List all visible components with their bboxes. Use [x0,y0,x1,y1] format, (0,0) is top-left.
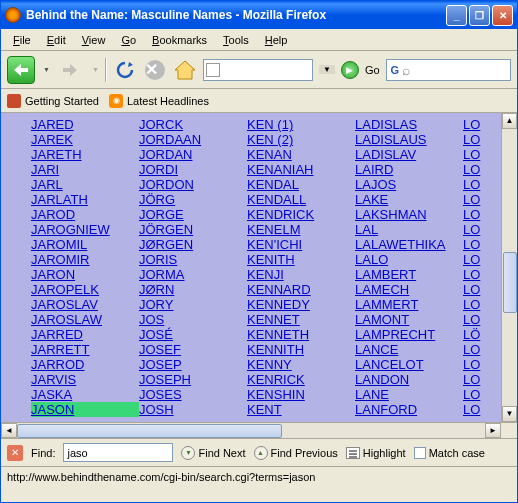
name-link[interactable]: KENDAL [247,177,355,192]
close-find-button[interactable]: ✕ [7,445,23,461]
name-link[interactable]: JORDON [139,177,247,192]
name-link[interactable]: KENRICK [247,372,355,387]
name-link[interactable]: LADISLAV [355,147,463,162]
name-link[interactable]: JAREK [31,132,139,147]
name-link[interactable]: JAROPELK [31,282,139,297]
name-link[interactable]: LO [463,387,493,402]
url-dropdown[interactable]: ▼ [319,65,335,74]
forward-dropdown[interactable]: ▼ [92,66,99,73]
name-link[interactable]: JORCK [139,117,247,132]
name-link[interactable]: JARLATH [31,192,139,207]
name-link[interactable]: KENDRICK [247,207,355,222]
name-link[interactable]: LO [463,132,493,147]
bookmark-latest-headlines[interactable]: ◉ Latest Headlines [109,94,209,108]
name-link[interactable]: JOS [139,312,247,327]
name-link[interactable]: LO [463,162,493,177]
name-link[interactable]: KENITH [247,252,355,267]
name-link[interactable]: LANCE [355,342,463,357]
name-link[interactable]: LO [463,312,493,327]
name-link[interactable]: LO [463,342,493,357]
name-link[interactable]: JARRETT [31,342,139,357]
menu-go[interactable]: Go [113,32,144,48]
back-button[interactable] [7,56,35,84]
name-link[interactable]: LAMECH [355,282,463,297]
name-link[interactable]: JOSES [139,387,247,402]
name-link[interactable]: LANFORD [355,402,463,417]
name-link[interactable]: JORDAN [139,147,247,162]
find-next-button[interactable]: ▼ Find Next [181,446,245,460]
horizontal-scrollbar[interactable]: ◄ ► [1,422,517,438]
name-link[interactable]: JAROSLAW [31,312,139,327]
name-link[interactable]: LALAWETHIKA [355,237,463,252]
name-link[interactable]: JORMA [139,267,247,282]
menu-help[interactable]: Help [257,32,296,48]
name-link[interactable]: JORY [139,297,247,312]
highlight-button[interactable]: Highlight [346,447,406,459]
name-link[interactable]: JARON [31,267,139,282]
menu-edit[interactable]: Edit [39,32,74,48]
name-link[interactable]: JØRGEN [139,237,247,252]
name-link[interactable]: LANDON [355,372,463,387]
name-link[interactable]: KEN'ICHI [247,237,355,252]
name-link[interactable]: LAJOS [355,177,463,192]
name-link[interactable]: JÖRGEN [139,222,247,237]
name-link[interactable]: LANCELOT [355,357,463,372]
name-link[interactable]: JASKA [31,387,139,402]
url-bar[interactable] [203,59,313,81]
name-link[interactable]: JASON [31,402,139,417]
name-link[interactable]: JÖRG [139,192,247,207]
name-link[interactable]: JORGE [139,207,247,222]
name-link[interactable]: JAROMIR [31,252,139,267]
name-link[interactable]: JARETH [31,147,139,162]
close-button[interactable]: ✕ [492,5,513,26]
name-link[interactable]: KENNITH [247,342,355,357]
find-previous-button[interactable]: ▲ Find Previous [254,446,338,460]
name-link[interactable]: JARI [31,162,139,177]
name-link[interactable]: JOSEP [139,357,247,372]
menu-view[interactable]: View [74,32,114,48]
name-link[interactable]: JARROD [31,357,139,372]
find-input[interactable] [63,443,173,462]
name-link[interactable]: JAROSLAV [31,297,139,312]
scroll-up-arrow[interactable]: ▲ [502,113,517,129]
search-box[interactable]: G ⌕ [386,59,511,81]
name-link[interactable]: JOSÉ [139,327,247,342]
name-link[interactable]: LO [463,147,493,162]
name-link[interactable]: KENSHIN [247,387,355,402]
name-link[interactable]: KENNARD [247,282,355,297]
name-link[interactable]: LO [463,252,493,267]
name-link[interactable]: LAL [355,222,463,237]
reload-button[interactable] [113,58,137,82]
name-link[interactable]: KENNEDY [247,297,355,312]
name-link[interactable]: JAROGNIEW [31,222,139,237]
name-link[interactable]: LÖ [463,327,493,342]
name-link[interactable]: LADISLAUS [355,132,463,147]
menu-file[interactable]: File [5,32,39,48]
name-link[interactable]: KENDALL [247,192,355,207]
name-link[interactable]: KENT [247,402,355,417]
match-case-checkbox[interactable]: Match case [414,447,485,459]
name-link[interactable]: LALO [355,252,463,267]
scroll-right-arrow[interactable]: ► [485,423,501,438]
minimize-button[interactable]: _ [446,5,467,26]
name-link[interactable]: JOSH [139,402,247,417]
name-link[interactable]: JARRED [31,327,139,342]
name-link[interactable]: JORDAAN [139,132,247,147]
name-link[interactable]: JORDI [139,162,247,177]
name-link[interactable]: KENNY [247,357,355,372]
name-link[interactable]: LO [463,282,493,297]
name-link[interactable]: LAIRD [355,162,463,177]
name-link[interactable]: LO [463,357,493,372]
name-link[interactable]: LO [463,237,493,252]
home-button[interactable] [173,58,197,82]
maximize-button[interactable]: ❐ [469,5,490,26]
name-link[interactable]: KENJI [247,267,355,282]
name-link[interactable]: JOSEF [139,342,247,357]
menu-bookmarks[interactable]: Bookmarks [144,32,215,48]
scroll-left-arrow[interactable]: ◄ [1,423,17,438]
name-link[interactable]: JAROMIL [31,237,139,252]
name-link[interactable]: LAMONT [355,312,463,327]
menu-tools[interactable]: Tools [215,32,257,48]
name-link[interactable]: LO [463,177,493,192]
name-link[interactable]: LO [463,372,493,387]
